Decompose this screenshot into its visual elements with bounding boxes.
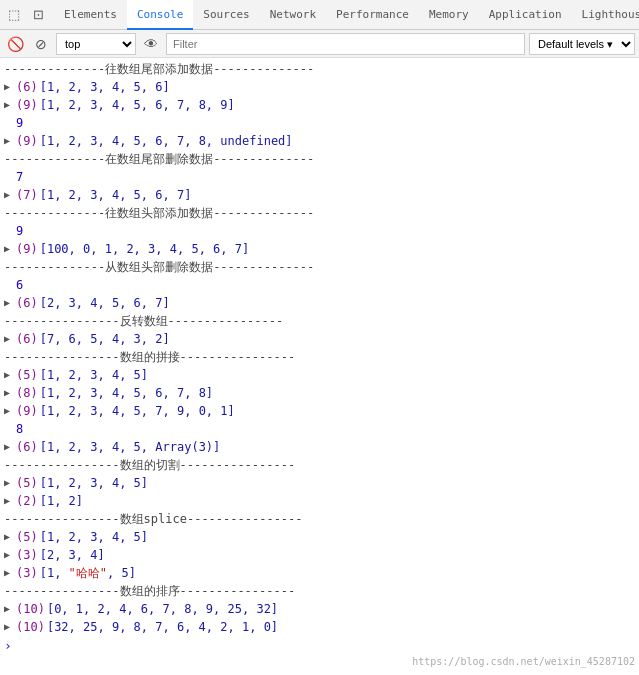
console-line: ----------------数组的排序---------------- bbox=[0, 582, 639, 600]
array-content: [32, 25, 9, 8, 7, 6, 4, 2, 1, 0] bbox=[47, 619, 278, 635]
tab-performance[interactable]: Performance bbox=[326, 0, 419, 30]
tab-console[interactable]: Console bbox=[127, 0, 193, 30]
console-line: ▶(5)[1, 2, 3, 4, 5] bbox=[0, 474, 639, 492]
number-value: 9 bbox=[16, 115, 23, 131]
console-line: 9 bbox=[0, 114, 639, 132]
array-content: [0, 1, 2, 4, 6, 7, 8, 9, 25, 32] bbox=[47, 601, 278, 617]
tab-icons: ⬚ ⊡ bbox=[4, 5, 48, 25]
expand-arrow-icon[interactable]: ▶ bbox=[4, 619, 10, 635]
array-count: (10) bbox=[16, 601, 45, 617]
expand-arrow-icon[interactable]: ▶ bbox=[4, 385, 10, 401]
array-count: (9) bbox=[16, 97, 38, 113]
prompt-arrow: › bbox=[4, 638, 12, 653]
console-line: ----------------数组的拼接---------------- bbox=[0, 348, 639, 366]
console-line: ▶(2)[1, 2] bbox=[0, 492, 639, 510]
clear-console-icon[interactable]: 🚫 bbox=[4, 33, 26, 55]
context-select[interactable]: top bbox=[56, 33, 136, 55]
expand-arrow-icon[interactable]: ▶ bbox=[4, 493, 10, 509]
array-content: [7, 6, 5, 4, 3, 2] bbox=[40, 331, 170, 347]
console-line: 7 bbox=[0, 168, 639, 186]
separator-text: ----------------数组的拼接---------------- bbox=[4, 349, 295, 365]
tab-memory[interactable]: Memory bbox=[419, 0, 479, 30]
console-line: ----------------数组的切割---------------- bbox=[0, 456, 639, 474]
array-count: (6) bbox=[16, 439, 38, 455]
tab-application[interactable]: Application bbox=[479, 0, 572, 30]
tab-elements[interactable]: Elements bbox=[54, 0, 127, 30]
expand-arrow-icon[interactable]: ▶ bbox=[4, 403, 10, 419]
console-prompt: › bbox=[0, 636, 639, 655]
inspect-icon[interactable]: ⬚ bbox=[4, 5, 24, 25]
expand-arrow-icon[interactable]: ▶ bbox=[4, 565, 10, 581]
array-content: [1, 2, 3, 4, 5, 6] bbox=[40, 79, 170, 95]
expand-arrow-icon[interactable]: ▶ bbox=[4, 187, 10, 203]
expand-arrow-icon[interactable]: ▶ bbox=[4, 367, 10, 383]
array-count: (6) bbox=[16, 79, 38, 95]
console-line: ▶(3)[2, 3, 4] bbox=[0, 546, 639, 564]
array-content: [1, 2, 3, 4, 5] bbox=[40, 475, 148, 491]
console-line: ----------------反转数组---------------- bbox=[0, 312, 639, 330]
array-content: [1, 2, 3, 4, 5, Array(3)] bbox=[40, 439, 221, 455]
console-line: ▶(9)[1, 2, 3, 4, 5, 6, 7, 8, undefined] bbox=[0, 132, 639, 150]
array-content: [1, "哈哈", 5] bbox=[40, 565, 136, 581]
array-count: (3) bbox=[16, 547, 38, 563]
eye-icon[interactable]: 👁 bbox=[140, 33, 162, 55]
console-line: ▶(8)[1, 2, 3, 4, 5, 6, 7, 8] bbox=[0, 384, 639, 402]
console-line: ▶(9)[1, 2, 3, 4, 5, 6, 7, 8, 9] bbox=[0, 96, 639, 114]
expand-arrow-icon[interactable]: ▶ bbox=[4, 295, 10, 311]
device-icon[interactable]: ⊡ bbox=[28, 5, 48, 25]
separator-text: --------------往数组尾部添加数据-------------- bbox=[4, 61, 314, 77]
separator-text: ----------------数组splice---------------- bbox=[4, 511, 303, 527]
expand-arrow-icon[interactable]: ▶ bbox=[4, 97, 10, 113]
console-line: ▶(5)[1, 2, 3, 4, 5] bbox=[0, 366, 639, 384]
array-count: (7) bbox=[16, 187, 38, 203]
number-value: 7 bbox=[16, 169, 23, 185]
array-content: [1, 2] bbox=[40, 493, 83, 509]
filter-input[interactable] bbox=[166, 33, 525, 55]
console-line: ▶(9)[1, 2, 3, 4, 5, 7, 9, 0, 1] bbox=[0, 402, 639, 420]
expand-arrow-icon[interactable]: ▶ bbox=[4, 475, 10, 491]
array-count: (10) bbox=[16, 619, 45, 635]
expand-arrow-icon[interactable]: ▶ bbox=[4, 439, 10, 455]
console-line: ▶(3)[1, "哈哈", 5] bbox=[0, 564, 639, 582]
tab-sources[interactable]: Sources bbox=[193, 0, 259, 30]
expand-arrow-icon[interactable]: ▶ bbox=[4, 241, 10, 257]
number-value: 6 bbox=[16, 277, 23, 293]
console-line: ▶(6)[7, 6, 5, 4, 3, 2] bbox=[0, 330, 639, 348]
expand-arrow-icon[interactable]: ▶ bbox=[4, 331, 10, 347]
console-line: ▶(10)[0, 1, 2, 4, 6, 7, 8, 9, 25, 32] bbox=[0, 600, 639, 618]
log-levels-select[interactable]: Default levels ▾ bbox=[529, 33, 635, 55]
expand-arrow-icon[interactable]: ▶ bbox=[4, 601, 10, 617]
tab-lighthouse[interactable]: Lighthouse bbox=[572, 0, 639, 30]
console-toolbar: 🚫 ⊘ top 👁 Default levels ▾ bbox=[0, 30, 639, 58]
console-line: --------------在数组尾部删除数据-------------- bbox=[0, 150, 639, 168]
expand-arrow-icon[interactable]: ▶ bbox=[4, 79, 10, 95]
filter-icon[interactable]: ⊘ bbox=[30, 33, 52, 55]
array-count: (8) bbox=[16, 385, 38, 401]
array-content: [1, 2, 3, 4, 5, 7, 9, 0, 1] bbox=[40, 403, 235, 419]
array-count: (2) bbox=[16, 493, 38, 509]
array-content: [1, 2, 3, 4, 5] bbox=[40, 367, 148, 383]
array-content: [1, 2, 3, 4, 5, 6, 7, 8, undefined] bbox=[40, 133, 293, 149]
console-line: --------------往数组尾部添加数据-------------- bbox=[0, 60, 639, 78]
array-count: (9) bbox=[16, 241, 38, 257]
array-content: [100, 0, 1, 2, 3, 4, 5, 6, 7] bbox=[40, 241, 250, 257]
console-line: 8 bbox=[0, 420, 639, 438]
array-content: [2, 3, 4] bbox=[40, 547, 105, 563]
separator-text: --------------从数组头部删除数据-------------- bbox=[4, 259, 314, 275]
array-count: (5) bbox=[16, 475, 38, 491]
expand-arrow-icon[interactable]: ▶ bbox=[4, 547, 10, 563]
array-content: [1, 2, 3, 4, 5, 6, 7, 8, 9] bbox=[40, 97, 235, 113]
separator-text: ----------------数组的排序---------------- bbox=[4, 583, 295, 599]
console-line: ▶(7)[1, 2, 3, 4, 5, 6, 7] bbox=[0, 186, 639, 204]
devtools-container: ⬚ ⊡ Elements Console Sources Network Per… bbox=[0, 0, 639, 675]
array-count: (6) bbox=[16, 295, 38, 311]
array-content: [1, 2, 3, 4, 5, 6, 7, 8] bbox=[40, 385, 213, 401]
console-line: --------------往数组头部添加数据-------------- bbox=[0, 204, 639, 222]
array-content: [1, 2, 3, 4, 5] bbox=[40, 529, 148, 545]
expand-arrow-icon[interactable]: ▶ bbox=[4, 133, 10, 149]
tab-network[interactable]: Network bbox=[260, 0, 326, 30]
expand-arrow-icon[interactable]: ▶ bbox=[4, 529, 10, 545]
console-line: ▶(10)[32, 25, 9, 8, 7, 6, 4, 2, 1, 0] bbox=[0, 618, 639, 636]
number-value: 9 bbox=[16, 223, 23, 239]
array-count: (9) bbox=[16, 403, 38, 419]
